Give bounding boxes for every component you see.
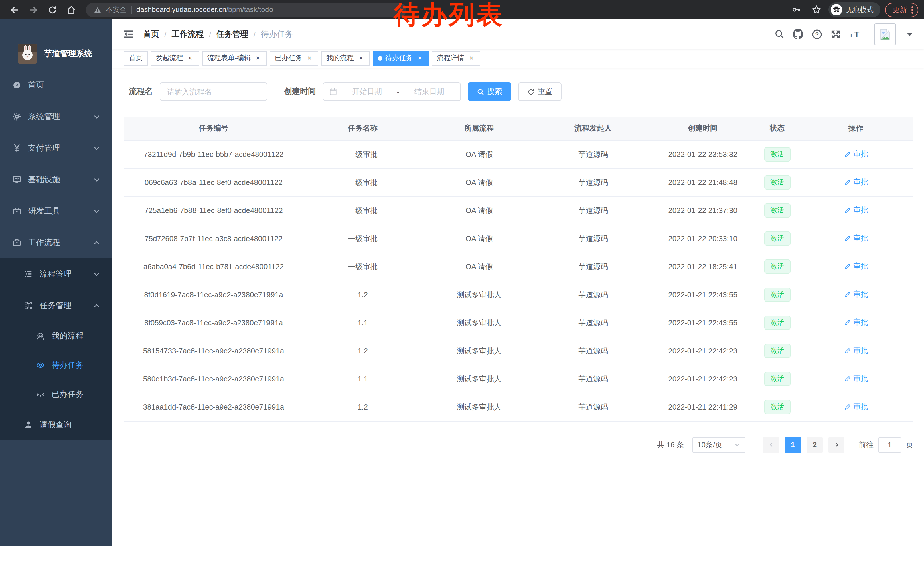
address-bar[interactable]: 不安全 dashboard.yudao.iocoder.cn/bpm/task/… bbox=[86, 3, 406, 17]
key-icon[interactable] bbox=[791, 5, 801, 15]
approve-link[interactable]: 审批 bbox=[844, 402, 868, 412]
cell-initiator: 芋道源码 bbox=[536, 393, 650, 421]
approve-link[interactable]: 审批 bbox=[844, 346, 868, 356]
bookmark-star-icon[interactable] bbox=[811, 5, 821, 15]
home-icon[interactable] bbox=[66, 5, 76, 15]
cell-process: 测试多审批人 bbox=[422, 337, 536, 365]
approve-link[interactable]: 审批 bbox=[844, 290, 868, 300]
url-text[interactable]: dashboard.yudao.iocoder.cn/bpm/task/todo bbox=[136, 6, 273, 14]
incognito-icon bbox=[831, 4, 842, 15]
sidebar-fold-icon[interactable] bbox=[123, 29, 134, 39]
approve-link[interactable]: 审批 bbox=[844, 177, 868, 188]
avatar[interactable] bbox=[874, 23, 896, 45]
cell-initiator: 芋道源码 bbox=[536, 365, 650, 393]
breadcrumb-separator: / bbox=[209, 30, 211, 39]
avatar-dropdown-icon[interactable] bbox=[907, 32, 912, 36]
cell-process: 测试多审批人 bbox=[422, 365, 536, 393]
breadcrumb-item[interactable]: 工作流程 bbox=[172, 29, 204, 39]
app-logo[interactable]: 芋道管理系统 bbox=[18, 44, 92, 63]
approve-link[interactable]: 审批 bbox=[844, 374, 868, 384]
browser-chrome: 不安全 dashboard.yudao.iocoder.cn/bpm/task/… bbox=[0, 0, 924, 20]
reset-button[interactable]: 重置 bbox=[518, 83, 562, 101]
sidebar-item-done-task[interactable]: 已办任务 bbox=[0, 380, 112, 409]
page-button-1[interactable]: 1 bbox=[785, 437, 801, 453]
close-tab-icon[interactable]: × bbox=[187, 54, 194, 62]
sidebar-item-home[interactable]: 首页 bbox=[0, 69, 112, 101]
process-name-input[interactable] bbox=[160, 83, 267, 101]
github-icon[interactable] bbox=[793, 29, 803, 39]
close-tab-icon[interactable]: × bbox=[416, 54, 424, 62]
app-title: 芋道管理系统 bbox=[44, 49, 92, 59]
cell-task-id: 725a1eb6-7b88-11ec-8ef0-acde48001122 bbox=[124, 197, 303, 225]
column-header: 任务名称 bbox=[303, 117, 422, 140]
tab-todo-task[interactable]: 待办任务 × bbox=[373, 51, 429, 66]
close-tab-icon[interactable]: × bbox=[357, 54, 364, 62]
pagination: 共 16 条 10条/页 12 前往 bbox=[124, 437, 913, 453]
approve-link[interactable]: 审批 bbox=[844, 318, 868, 328]
tab-start-process[interactable]: 发起流程 × bbox=[151, 51, 199, 66]
sidebar-item-todo-task[interactable]: 待办任务 bbox=[0, 350, 112, 380]
date-range-picker[interactable]: 开始日期 - 结束日期 bbox=[323, 83, 461, 101]
table-row: 725a1eb6-7b88-11ec-8ef0-acde48001122 一级审… bbox=[124, 197, 913, 225]
search-icon[interactable] bbox=[774, 29, 784, 39]
sidebar-item-leave-query[interactable]: 请假查询 bbox=[0, 409, 112, 440]
status-badge: 激活 bbox=[764, 288, 790, 302]
create-time-label: 创建时间 bbox=[284, 87, 316, 97]
task-table: 任务编号任务名称所属流程流程发起人创建时间状态操作 73211d9d-7b9b-… bbox=[124, 117, 913, 421]
column-header: 所属流程 bbox=[422, 117, 536, 140]
approve-link[interactable]: 审批 bbox=[844, 261, 868, 272]
incognito-label: 无痕模式 bbox=[846, 5, 874, 15]
tab-done-task[interactable]: 已办任务 × bbox=[270, 51, 318, 66]
page-size-select[interactable]: 10条/页 bbox=[692, 437, 746, 453]
cell-process: 测试多审批人 bbox=[422, 309, 536, 337]
sidebar-item-task-mgmt[interactable]: 任务管理 bbox=[0, 290, 112, 321]
font-size-icon[interactable]: TT bbox=[850, 29, 863, 39]
breadcrumb-item[interactable]: 任务管理 bbox=[216, 29, 249, 39]
sidebar-item-my-process[interactable]: 我的流程 bbox=[0, 321, 112, 350]
edit-pencil-icon bbox=[844, 179, 851, 186]
goto-page-input[interactable] bbox=[878, 437, 901, 453]
close-tab-icon[interactable]: × bbox=[468, 54, 475, 62]
help-icon[interactable]: ? bbox=[812, 29, 822, 39]
edit-pencil-icon bbox=[844, 347, 851, 354]
breadcrumb-separator: / bbox=[254, 30, 256, 39]
table-row: 580e1b3d-7ac8-11ec-a9e2-a2380e71991a 1.1… bbox=[124, 365, 913, 393]
sidebar-item-payment[interactable]: 支付管理 bbox=[0, 132, 112, 164]
tab-form-edit[interactable]: 流程表单-编辑 × bbox=[202, 51, 267, 66]
reload-icon[interactable] bbox=[48, 5, 57, 15]
back-icon[interactable] bbox=[10, 5, 20, 15]
cell-task-name: 1.2 bbox=[303, 281, 422, 309]
chevron-up-icon bbox=[93, 239, 100, 246]
cell-task-name: 一级审批 bbox=[303, 197, 422, 225]
column-header: 创建时间 bbox=[650, 117, 756, 140]
approve-link[interactable]: 审批 bbox=[844, 205, 868, 216]
start-date-placeholder: 开始日期 bbox=[342, 87, 393, 97]
approve-link[interactable]: 审批 bbox=[844, 149, 868, 159]
close-tab-icon[interactable]: × bbox=[306, 54, 313, 62]
search-button[interactable]: 搜索 bbox=[468, 83, 511, 101]
sidebar-item-process-mgmt[interactable]: 流程管理 bbox=[0, 258, 112, 290]
prev-page-button[interactable] bbox=[763, 437, 779, 453]
tab-home[interactable]: 首页 bbox=[124, 51, 148, 66]
close-tab-icon[interactable]: × bbox=[254, 54, 262, 62]
sidebar-item-system[interactable]: 系统管理 bbox=[0, 101, 112, 132]
browser-menu-icon[interactable] bbox=[911, 6, 913, 14]
security-warning-icon[interactable] bbox=[94, 6, 101, 14]
navbar: 首页/工作流程/任务管理/待办任务 ? TT bbox=[112, 20, 924, 49]
forward-icon[interactable] bbox=[28, 5, 38, 15]
breadcrumb-item[interactable]: 首页 bbox=[143, 29, 159, 39]
browser-update-button[interactable]: 更新 bbox=[885, 3, 918, 17]
tab-process-detail[interactable]: 流程详情 × bbox=[432, 51, 480, 66]
status-badge: 激活 bbox=[764, 203, 790, 218]
chevron-down-icon bbox=[93, 208, 100, 215]
approve-link[interactable]: 审批 bbox=[844, 233, 868, 244]
fullscreen-icon[interactable] bbox=[831, 29, 841, 39]
tab-my-process[interactable]: 我的流程 × bbox=[321, 51, 370, 66]
next-page-button[interactable] bbox=[828, 437, 844, 453]
logo-image bbox=[18, 44, 37, 63]
sidebar-item-devtools[interactable]: 研发工具 bbox=[0, 195, 112, 227]
status-badge: 激活 bbox=[764, 147, 790, 162]
sidebar-item-workflow[interactable]: 工作流程 bbox=[0, 227, 112, 258]
sidebar-item-infra[interactable]: 基础设施 bbox=[0, 164, 112, 195]
page-button-2[interactable]: 2 bbox=[807, 437, 823, 453]
